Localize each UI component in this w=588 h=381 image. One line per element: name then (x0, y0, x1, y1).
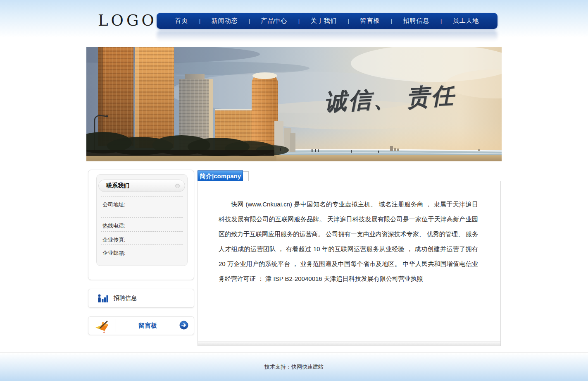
nav-separator: | (348, 18, 349, 24)
contact-row-phone: 热线电话: (101, 217, 183, 231)
nav-separator: | (440, 18, 442, 24)
contact-label-email: 企业邮箱: (102, 250, 126, 256)
content-section: 简介|company 快网 (www.Cnkuai.cn) 是中国知名的专业虚拟… (198, 168, 501, 352)
nav-item-about[interactable]: 关于我们 (310, 17, 337, 25)
footer-credit: 技术支持：快网快速建站 (0, 363, 588, 371)
guestbook-link-label: 留言板 (116, 322, 179, 330)
company-intro-panel: 快网 (www.Cnkuai.cn) 是中国知名的专业虚拟主机、 域名注册服务商… (198, 181, 501, 346)
nav-reflection (157, 31, 498, 41)
nav-item-staff[interactable]: 员工天地 (453, 17, 479, 25)
nav-item-news[interactable]: 新闻动态 (211, 17, 238, 25)
tab-company-intro[interactable]: 简介|company (198, 170, 243, 181)
sidebar: 联系我们 公司地址: 热线电话: 企业传真: 企业 (88, 168, 194, 352)
nav-item-jobs[interactable]: 招聘信息 (403, 17, 430, 25)
company-intro-text: 快网 (www.Cnkuai.cn) 是中国知名的专业虚拟主机、 域名注册服务商… (219, 197, 478, 286)
contact-label-phone: 热线电话: (102, 223, 126, 229)
contact-row-address: 公司地址: (101, 196, 183, 217)
bar-chart-person-icon (98, 294, 109, 303)
main-area: 联系我们 公司地址: 热线电话: 企业传真: 企业 (86, 168, 502, 352)
nav-separator: | (298, 18, 300, 24)
content-column: LOGO 首页 | 新闻动态 | 产品中心 | 关于我们 | 留言板 | 招聘信… (86, 0, 502, 352)
guestbook-pen-icon (88, 319, 116, 333)
contact-box: 联系我们 公司地址: 热线电话: 企业传真: 企业 (88, 170, 194, 280)
page: LOGO 首页 | 新闻动态 | 产品中心 | 关于我们 | 留言板 | 招聘信… (0, 0, 588, 381)
jobs-link-box[interactable]: 招聘信息 (88, 289, 194, 308)
jobs-link-label: 招聘信息 (114, 295, 137, 302)
hero-banner-image: 诚信、 责任 (86, 47, 502, 161)
contact-label-address: 公司地址: (102, 201, 126, 208)
contact-row-email: 企业邮箱: (101, 244, 183, 262)
nav-separator: | (249, 18, 250, 24)
footer-divider (0, 352, 588, 352)
contact-header: 联系我们 (98, 180, 185, 192)
contact-panel: 联系我们 公司地址: 热线电话: 企业传真: 企业 (96, 174, 188, 266)
nav-separator: | (391, 18, 392, 24)
main-nav: 首页 | 新闻动态 | 产品中心 | 关于我们 | 留言板 | 招聘信息 | 员… (157, 13, 498, 29)
nav-item-products[interactable]: 产品中心 (261, 17, 287, 25)
nav-separator: | (199, 18, 200, 24)
site-header: LOGO 首页 | 新闻动态 | 产品中心 | 关于我们 | 留言板 | 招聘信… (86, 0, 502, 47)
contact-label-fax: 企业传真: (102, 237, 126, 243)
bullet-circle-icon (175, 184, 180, 188)
contact-row-fax: 企业传真: (101, 231, 183, 244)
guestbook-link-box[interactable]: 留言板 (88, 316, 194, 335)
panel-footer-strip (198, 341, 500, 346)
contact-title: 联系我们 (106, 182, 175, 189)
nav-item-guestbook[interactable]: 留言板 (360, 17, 380, 25)
nav-item-home[interactable]: 首页 (175, 17, 188, 25)
site-logo: LOGO (98, 12, 157, 29)
arrow-right-icon[interactable] (179, 321, 188, 331)
